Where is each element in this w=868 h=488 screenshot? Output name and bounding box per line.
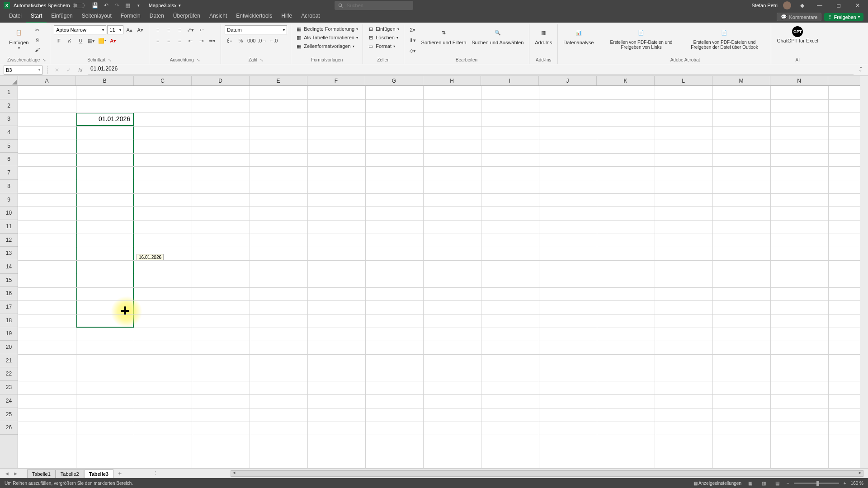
avatar[interactable] — [783, 1, 791, 9]
row-header-11[interactable]: 11 — [0, 220, 18, 234]
merge-icon[interactable]: ⬌▾ — [207, 36, 217, 45]
cells-area[interactable]: 01.01.2026 16.01.2026 + — [18, 86, 860, 468]
cut-icon[interactable]: ✂ — [32, 25, 42, 34]
increase-font-icon[interactable]: A▴ — [124, 25, 134, 34]
menu-tab-ansicht[interactable]: Ansicht — [205, 11, 231, 23]
page-break-view-icon[interactable]: ▤ — [773, 479, 782, 487]
increase-decimal-icon[interactable]: .0→ — [257, 36, 267, 45]
menu-tab-daten[interactable]: Daten — [145, 11, 169, 23]
row-header-4[interactable]: 4 — [0, 126, 18, 140]
font-color-button[interactable]: A▾ — [108, 36, 118, 45]
decrease-decimal-icon[interactable]: ←.0 — [268, 36, 278, 45]
dialog-launcher-icon[interactable]: ⤡ — [260, 58, 264, 62]
insert-cells-button[interactable]: ⊞Einfügen▾ — [367, 25, 400, 33]
row-header-15[interactable]: 15 — [0, 274, 18, 287]
column-headers[interactable]: ABCDEFGHIJKLMN — [18, 76, 860, 86]
share-button[interactable]: ⇪ Freigeben ▾ — [824, 13, 863, 21]
menu-tab-seitenlayout[interactable]: Seitenlayout — [77, 11, 116, 23]
chatgpt-button[interactable]: GPT ChatGPT for Excel — [775, 25, 820, 44]
column-header-K[interactable]: K — [597, 76, 655, 85]
row-header-5[interactable]: 5 — [0, 140, 18, 153]
paste-button[interactable]: 📋 Einfügen ▾ — [7, 25, 30, 51]
menu-tab-einfügen[interactable]: Einfügen — [47, 11, 77, 23]
align-center-icon[interactable]: ≡ — [164, 36, 174, 45]
document-name[interactable]: Mappe3.xlsx ▾ — [149, 3, 181, 8]
diamond-icon[interactable]: ◆ — [798, 1, 806, 9]
row-header-25[interactable]: 25 — [0, 408, 18, 422]
zoom-in-button[interactable]: + — [844, 481, 846, 486]
bold-button[interactable]: F — [54, 36, 64, 45]
save-icon[interactable]: 💾 — [91, 1, 99, 9]
decrease-font-icon[interactable]: A▾ — [135, 25, 145, 34]
row-header-2[interactable]: 2 — [0, 99, 18, 113]
dialog-launcher-icon[interactable]: ⤡ — [108, 58, 112, 62]
row-header-6[interactable]: 6 — [0, 153, 18, 166]
align-top-icon[interactable]: ≡ — [153, 25, 163, 34]
sheet-prev-icon[interactable]: ◄ — [5, 471, 9, 476]
row-header-14[interactable]: 14 — [0, 260, 18, 274]
wrap-text-icon[interactable]: ↩ — [196, 25, 206, 34]
camera-icon[interactable]: ▦ — [124, 1, 132, 9]
italic-button[interactable]: K — [65, 36, 75, 45]
restore-button[interactable]: ◻ — [832, 2, 845, 9]
row-header-21[interactable]: 21 — [0, 354, 18, 368]
menu-tab-datei[interactable]: Datei — [5, 11, 26, 23]
add-sheet-button[interactable]: + — [113, 470, 126, 477]
column-header-E[interactable]: E — [250, 76, 307, 85]
vertical-scrollbar[interactable] — [860, 76, 868, 468]
copy-icon[interactable]: ⎘ — [32, 35, 42, 44]
menu-tab-hilfe[interactable]: Hilfe — [277, 11, 297, 23]
column-header-G[interactable]: G — [365, 76, 423, 85]
number-format-select[interactable]: Datum▾ — [225, 25, 287, 34]
autosave-toggle[interactable] — [73, 3, 85, 8]
comma-icon[interactable]: 000 — [246, 36, 256, 45]
row-header-20[interactable]: 20 — [0, 341, 18, 354]
minimize-button[interactable]: — — [813, 2, 826, 9]
border-button[interactable]: ▦▾ — [86, 36, 96, 45]
addins-button[interactable]: ▦ Add-Ins — [533, 25, 554, 46]
row-header-19[interactable]: 19 — [0, 327, 18, 341]
font-name-select[interactable]: Aptos Narrow▾ — [54, 25, 106, 34]
menu-tab-start[interactable]: Start — [26, 11, 47, 23]
clear-icon[interactable]: ◇▾ — [408, 46, 418, 55]
pdf-outlook-button[interactable]: 📄 Erstellen von PDF-Dateien und Freigebe… — [681, 25, 767, 51]
currency-icon[interactable]: ₿▾ — [225, 36, 235, 45]
sheet-menu-icon[interactable]: ⋮ — [153, 470, 158, 476]
row-header-16[interactable]: 16 — [0, 287, 18, 300]
user-name[interactable]: Stefan Petri — [752, 3, 778, 8]
column-header-H[interactable]: H — [423, 76, 481, 85]
zoom-slider[interactable] — [794, 483, 839, 484]
row-header-10[interactable]: 10 — [0, 206, 18, 220]
align-middle-icon[interactable]: ≡ — [164, 25, 174, 34]
dialog-launcher-icon[interactable]: ⤡ — [42, 58, 46, 62]
row-header-22[interactable]: 22 — [0, 367, 18, 381]
column-header-N[interactable]: N — [770, 76, 828, 85]
menu-tab-überprüfen[interactable]: Überprüfen — [169, 11, 205, 23]
sort-filter-button[interactable]: ⇅ Sortieren und Filtern — [420, 25, 468, 46]
find-select-button[interactable]: 🔍 Suchen und Auswählen — [470, 25, 525, 46]
autosave[interactable]: Automatisches Speichern — [14, 3, 85, 8]
orientation-icon[interactable]: ⤢▾ — [185, 25, 195, 34]
percent-icon[interactable]: % — [236, 36, 245, 45]
spreadsheet-grid[interactable]: ABCDEFGHIJKLMN 1234567891011121314151617… — [0, 76, 868, 468]
sheet-tab-tabelle2[interactable]: Tabelle2 — [56, 469, 84, 478]
redo-icon[interactable]: ↷ — [113, 1, 121, 9]
name-box[interactable]: B3▾ — [4, 66, 42, 75]
column-header-L[interactable]: L — [655, 76, 712, 85]
column-header-J[interactable]: J — [539, 76, 597, 85]
row-header-3[interactable]: 3 — [0, 113, 18, 126]
autosum-icon[interactable]: Σ▾ — [408, 25, 418, 34]
align-right-icon[interactable]: ≡ — [175, 36, 184, 45]
column-header-A[interactable]: A — [18, 76, 76, 85]
display-settings-button[interactable]: ▦ Anzeigeeinstellungen — [693, 481, 741, 486]
column-header-B[interactable]: B — [76, 76, 134, 85]
column-header-M[interactable]: M — [712, 76, 770, 85]
menu-tab-entwicklertools[interactable]: Entwicklertools — [231, 11, 277, 23]
row-header-1[interactable]: 1 — [0, 86, 18, 99]
row-header-24[interactable]: 24 — [0, 394, 18, 408]
ribbon-collapse-icon[interactable]: ⌄ — [859, 63, 863, 70]
row-header-8[interactable]: 8 — [0, 180, 18, 193]
pdf-link-button[interactable]: 📄 Erstellen von PDF-Dateien und Freigebe… — [603, 25, 679, 51]
format-painter-icon[interactable]: 🖌 — [32, 45, 42, 54]
column-header-C[interactable]: C — [134, 76, 192, 85]
